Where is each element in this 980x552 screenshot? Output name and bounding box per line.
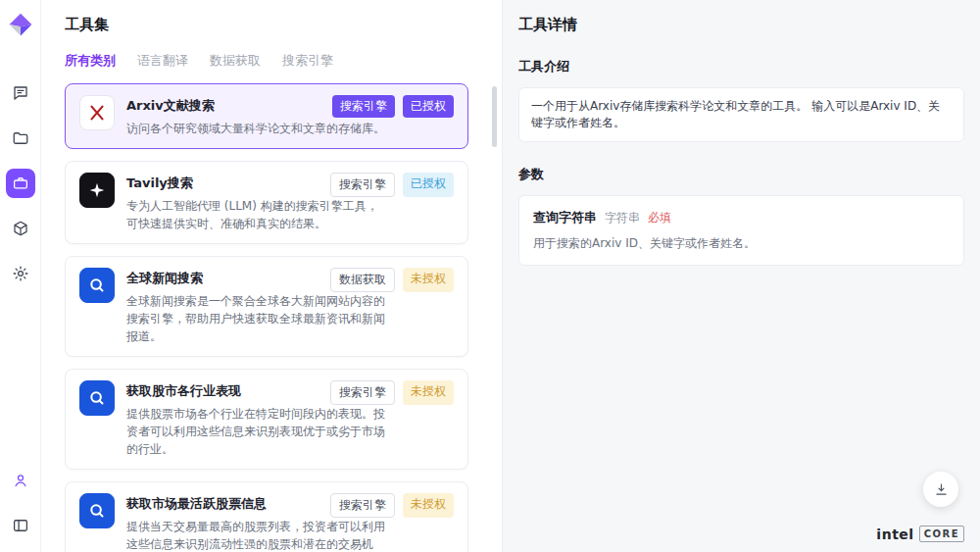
download-button[interactable] <box>923 472 958 507</box>
tool-card-tavily[interactable]: Tavily搜索 专为人工智能代理 (LLM) 构建的搜索引擎工具，可快速提供实… <box>65 161 468 244</box>
category-badge: 数据获取 <box>330 268 395 292</box>
category-badge: 搜索引擎 <box>330 173 395 197</box>
active-stock-icon <box>79 493 115 528</box>
tool-card-global-news[interactable]: 全球新闻搜索 全球新闻搜索是一个聚合全球各大新闻网站内容的搜索引擎，帮助用户快速… <box>65 256 468 357</box>
tool-list-panel: 工具集 所有类别 语言翻译 数据获取 搜索引擎 Arxiv文献搜索 访问各个研究… <box>41 0 502 552</box>
user-icon[interactable] <box>6 466 35 495</box>
tavily-icon <box>79 173 115 208</box>
intel-logo-text: intel <box>876 527 913 542</box>
param-card: 查询字符串 字符串 必填 用于搜索的Arxiv ID、关键字或作者姓名。 <box>518 195 964 266</box>
gear-icon[interactable] <box>6 259 35 288</box>
detail-title: 工具详情 <box>518 16 964 34</box>
tab-language-translation[interactable]: 语言翻译 <box>137 52 188 70</box>
intel-core-logo: intel CORE <box>876 526 964 542</box>
tool-card-list: Arxiv文献搜索 访问各个研究领域大量科学论文和文章的存储库。 搜索引擎 已授… <box>65 83 468 552</box>
arxiv-icon <box>79 95 115 130</box>
tool-description: 专为人工智能代理 (LLM) 构建的搜索引擎工具，可快速提供实时、准确和真实的结… <box>126 197 389 232</box>
status-badge: 未授权 <box>403 268 454 292</box>
status-badge: 已授权 <box>403 173 454 197</box>
category-badge: 搜索引擎 <box>330 380 395 405</box>
param-name: 查询字符串 <box>533 209 597 226</box>
param-type: 字符串 <box>605 210 640 226</box>
status-badge: 未授权 <box>403 493 454 518</box>
category-tabs: 所有类别 语言翻译 数据获取 搜索引擎 <box>65 52 502 70</box>
stock-sector-icon <box>79 380 115 416</box>
tab-all-categories[interactable]: 所有类别 <box>65 52 116 70</box>
param-description: 用于搜索的Arxiv ID、关键字或作者姓名。 <box>533 235 950 252</box>
tool-intro-text: 一个用于从Arxiv存储库搜索科学论文和文章的工具。 输入可以是Arxiv ID… <box>518 87 964 142</box>
app-logo-icon <box>8 12 33 37</box>
tool-card-arxiv[interactable]: Arxiv文献搜索 访问各个研究领域大量科学论文和文章的存储库。 搜索引擎 已授… <box>65 83 468 149</box>
folder-icon[interactable] <box>6 124 35 153</box>
list-scrollbar[interactable] <box>492 86 497 147</box>
sidebar <box>0 0 41 552</box>
tool-description: 提供股票市场各个行业在特定时间段内的表现。投资者可以利用这些信息来识别表现优于或… <box>126 405 389 458</box>
tab-data-fetch[interactable]: 数据获取 <box>210 52 261 70</box>
tool-card-stock-sector[interactable]: 获取股市各行业表现 提供股票市场各个行业在特定时间段内的表现。投资者可以利用这些… <box>65 369 468 470</box>
chat-icon[interactable] <box>6 78 35 108</box>
tool-detail-panel: 工具详情 工具介绍 一个用于从Arxiv存储库搜索科学论文和文章的工具。 输入可… <box>502 0 980 552</box>
intro-section-title: 工具介绍 <box>518 58 964 75</box>
status-badge: 已授权 <box>403 95 454 118</box>
briefcase-icon[interactable] <box>6 169 35 198</box>
category-badge: 搜索引擎 <box>330 493 395 518</box>
params-section-title: 参数 <box>518 166 964 183</box>
intel-core-text: CORE <box>919 526 964 542</box>
param-required-badge: 必填 <box>648 210 671 226</box>
panel-toggle-icon[interactable] <box>6 511 35 540</box>
tool-list-title: 工具集 <box>65 16 502 34</box>
status-badge: 未授权 <box>403 380 454 405</box>
tool-description: 访问各个研究领域大量科学论文和文章的存储库。 <box>126 120 389 137</box>
category-badge: 搜索引擎 <box>332 95 395 118</box>
app-window: 工具集 所有类别 语言翻译 数据获取 搜索引擎 Arxiv文献搜索 访问各个研究… <box>0 0 980 552</box>
tool-description: 提供当天交易量最高的股票列表，投资者可以利用这些信息来识别流动性强的股票和潜在的… <box>126 518 389 552</box>
tool-description: 全球新闻搜索是一个聚合全球各大新闻网站内容的搜索引擎，帮助用户快速获取全球最新资… <box>126 292 389 345</box>
global-news-icon <box>79 268 115 303</box>
tool-card-active-stock[interactable]: 获取市场最活跃股票信息 提供当天交易量最高的股票列表，投资者可以利用这些信息来识… <box>65 481 468 552</box>
box-icon[interactable] <box>6 214 35 243</box>
tab-search-engine[interactable]: 搜索引擎 <box>282 52 333 70</box>
